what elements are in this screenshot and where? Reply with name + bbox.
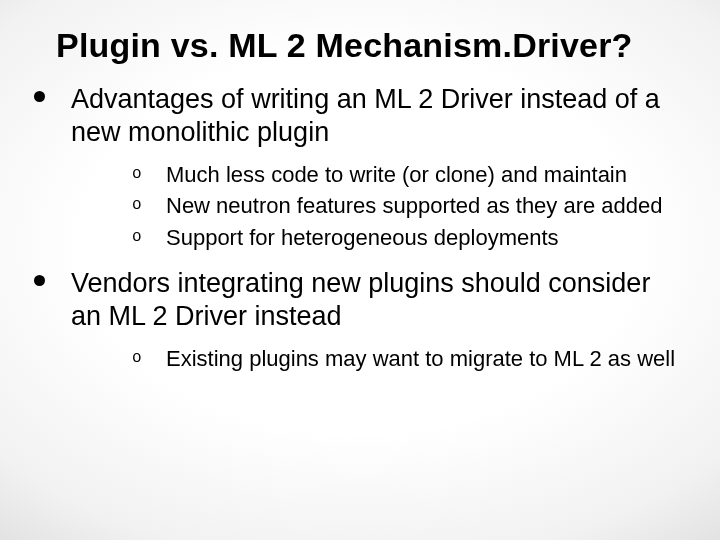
sub-marker-icon: o (132, 345, 166, 371)
bullet-row: Advantages of writing an ML 2 Driver ins… (44, 83, 682, 149)
sub-item: o Support for heterogeneous deployments (132, 224, 682, 252)
sub-text: Much less code to write (or clone) and m… (166, 161, 627, 189)
disc-bullet-icon (34, 275, 45, 286)
sub-item: o Existing plugins may want to migrate t… (132, 345, 682, 373)
slide: Plugin vs. ML 2 Mechanism.Driver? Advant… (0, 0, 720, 540)
sub-item: o Much less code to write (or clone) and… (132, 161, 682, 189)
sub-item: o New neutron features supported as they… (132, 192, 682, 220)
slide-title: Plugin vs. ML 2 Mechanism.Driver? (44, 26, 682, 65)
sub-marker-icon: o (132, 192, 166, 218)
disc-bullet-icon (34, 91, 45, 102)
bullet-row: Vendors integrating new plugins should c… (44, 267, 682, 333)
bullet-lead: Advantages of writing an ML 2 Driver ins… (71, 83, 682, 149)
sub-text: New neutron features supported as they a… (166, 192, 663, 220)
sub-marker-icon: o (132, 161, 166, 187)
sub-list: o Much less code to write (or clone) and… (132, 161, 682, 252)
sub-text: Support for heterogeneous deployments (166, 224, 559, 252)
bullet-lead: Vendors integrating new plugins should c… (71, 267, 682, 333)
sub-text: Existing plugins may want to migrate to … (166, 345, 675, 373)
sub-marker-icon: o (132, 224, 166, 250)
sub-list: o Existing plugins may want to migrate t… (132, 345, 682, 373)
